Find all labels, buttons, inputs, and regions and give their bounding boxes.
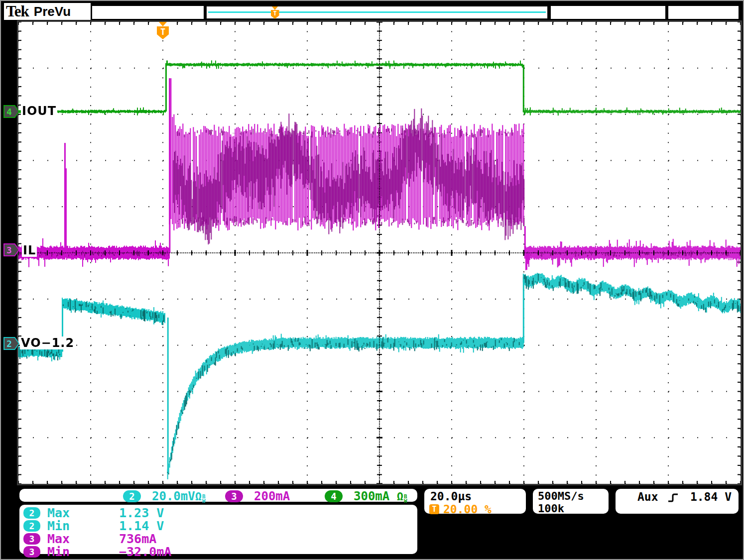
- ch3-scale-readout: 3 200mA: [225, 489, 290, 503]
- measurement-value: 1.14 V: [119, 519, 164, 533]
- trigger-t-badge: T: [429, 504, 439, 514]
- ch2-badge: 2: [23, 507, 40, 519]
- acquisition-status: PreVu: [34, 4, 71, 19]
- trace-label-vo: VO−1.2: [20, 336, 75, 349]
- trigger-arrow-icon: [272, 6, 278, 10]
- measurement-value: −32.0mA: [119, 545, 171, 559]
- measurement-value: 736mA: [119, 532, 156, 546]
- header-blank-box-left: [92, 6, 204, 19]
- measurement-name: Min: [47, 519, 70, 533]
- ch2-scale-value: 20.0mVΩBW: [152, 489, 206, 503]
- trigger-source: Aux: [637, 490, 658, 503]
- tek-logo: Tek: [6, 2, 29, 20]
- record-view-waveform-line: [208, 11, 546, 13]
- header-logo-box: Tek PreVu: [4, 3, 91, 20]
- channel-4-position-marker: 4: [3, 105, 19, 118]
- trace-label-iout: IOUT: [21, 105, 57, 117]
- bandwidth-limit-icon: BW: [404, 494, 407, 503]
- timebase-scale: 20.0µs: [430, 490, 472, 503]
- trace-label-il: IL: [22, 244, 37, 257]
- ch3-scale-value: 200mA: [254, 489, 290, 503]
- ch2-badge: 2: [123, 490, 141, 502]
- channel-2-position-marker: 2: [3, 337, 19, 350]
- rising-edge-icon: [667, 492, 679, 503]
- marker-digit: 2: [6, 338, 12, 349]
- header-blank-box-right: [668, 6, 739, 19]
- measurement-name: Min: [47, 545, 70, 559]
- ch4-scale-readout: 4 300mA ΩBW: [325, 489, 407, 503]
- trigger-position-readout: T 20.00 %: [429, 503, 492, 516]
- channel-3-position-marker: 3: [3, 243, 19, 256]
- waveform-canvas: [18, 22, 741, 484]
- ohm-coupling-icon: Ω: [397, 490, 403, 503]
- record-trigger-position-flag: T: [270, 6, 280, 19]
- sample-rate: 500MS/s: [538, 490, 584, 502]
- measurement-value: 1.23 V: [119, 506, 164, 520]
- ch3-badge: 3: [23, 533, 40, 545]
- channel-scale-readouts: 2 20.0mVΩBW 3 200mA 4 300mA ΩBW: [18, 488, 418, 503]
- measurement-row: 3 Min −32.0mA: [19, 546, 417, 559]
- ch3-badge: 3: [23, 546, 40, 558]
- oscilloscope-screen: Tek PreVu T T 4 3 2 IOUT IL VO−1.2 2 20.…: [0, 0, 744, 560]
- header-blank-box-mid: [551, 6, 665, 19]
- timebase-readout: 20.0µs T 20.00 %: [423, 488, 527, 515]
- marker-digit: 4: [6, 107, 12, 117]
- measurement-name: Max: [47, 532, 70, 546]
- measurement-name: Max: [47, 506, 70, 520]
- marker-digit: 3: [6, 245, 12, 255]
- trigger-arrow-icon: [159, 22, 167, 26]
- bandwidth-limit-icon: BW: [202, 494, 206, 503]
- measurement-row: 2 Max 1.23 V: [19, 507, 417, 520]
- trigger-level: 1.84 V: [690, 490, 732, 503]
- trigger-readout: Aux 1.84 V: [615, 488, 740, 515]
- measurement-row: 3 Max 736mA: [19, 533, 417, 546]
- ch4-scale-value: 300mA ΩBW: [354, 489, 407, 503]
- ohm-coupling-icon: Ω: [195, 490, 202, 503]
- trigger-point-flag: T: [156, 22, 170, 39]
- ch3-badge: 3: [225, 490, 243, 502]
- ch4-badge: 4: [325, 490, 343, 502]
- measurement-readouts: 2 Max 1.23 V 2 Min 1.14 V 3 Max 736mA 3 …: [18, 504, 418, 555]
- trigger-t-icon: T: [157, 26, 169, 39]
- trigger-position-value: 20.00 %: [443, 503, 492, 516]
- ch2-scale-readout: 2 20.0mVΩBW: [123, 489, 206, 503]
- ch2-badge: 2: [23, 520, 40, 532]
- record-length: 100k points: [538, 502, 609, 527]
- measurement-row: 2 Min 1.14 V: [19, 520, 417, 533]
- acquisition-readout: 500MS/s 100k points: [532, 488, 610, 515]
- trigger-t-icon: T: [271, 10, 279, 19]
